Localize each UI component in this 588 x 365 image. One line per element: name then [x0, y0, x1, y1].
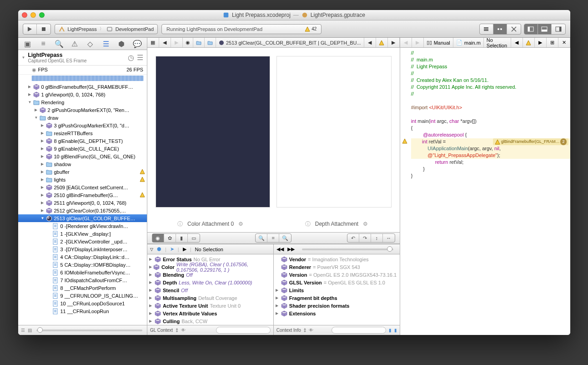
debug-row[interactable]: ▶DepthLess, Write On, Clear (1.000000)	[147, 279, 273, 286]
jump-current-item[interactable]: 2513 glClear(GL_COLOR_BUFFER_BIT | GL_DE…	[216, 38, 364, 47]
filter-input[interactable]	[216, 327, 271, 334]
rotate-left-button[interactable]: ↶	[347, 234, 359, 242]
tree-row[interactable]: ▶8 glEnable(GL_DEPTH_TEST)	[18, 137, 147, 145]
disclosure-icon[interactable]: ▶	[41, 123, 45, 127]
next-issue-button[interactable]: ▶	[535, 38, 547, 47]
disclosure-icon[interactable]: ▶	[149, 319, 155, 323]
next-issue-button[interactable]: ▶	[388, 38, 400, 47]
toggle-utilities-button[interactable]	[552, 24, 565, 34]
disclosure-icon[interactable]: ▶	[41, 201, 45, 205]
toggle-debug-button[interactable]	[538, 24, 552, 34]
disclosure-icon[interactable]: ▶	[149, 280, 155, 284]
disclosure-icon[interactable]: ▶	[276, 311, 281, 315]
debug-row[interactable]: ▶Active Texture UnitTexture Unit 0	[147, 302, 273, 309]
debug-row[interactable]: Version = OpenGL ES 2.0 IMGSGX543-73.16.…	[274, 271, 400, 279]
disclosure-icon[interactable]: ▶	[149, 265, 153, 269]
disclosure-icon[interactable]: ▶	[149, 257, 155, 261]
jump-selection[interactable]: No Selection	[484, 38, 511, 47]
jump-folder2-icon[interactable]	[205, 38, 216, 47]
debug-row[interactable]: Vendor = Imagination Technologies	[274, 255, 400, 263]
issue-count-badge[interactable]: 42	[305, 26, 317, 32]
info-icon[interactable]: ⓘ	[305, 220, 311, 228]
list-icon[interactable]: ☰	[137, 53, 143, 62]
tree-row[interactable]: ▶gbuffer	[18, 168, 147, 176]
tree-row[interactable]: ▶0 glBindFramebuffer(GL_FRAMEBUFF…	[18, 83, 147, 91]
tree-row[interactable]: ▼Rendering	[18, 98, 147, 106]
inline-warning[interactable]: glBindFramebuffer(GL_FRAM…2	[493, 138, 568, 145]
tree-row[interactable]: 0 -[Renderer glkView:drawIn…	[18, 222, 147, 230]
stop-button[interactable]	[37, 24, 50, 34]
disclosure-icon[interactable]: ▶	[41, 185, 45, 189]
debug-row[interactable]: ▶CullingBack, CCW	[147, 317, 273, 325]
disclosure-icon[interactable]: ▶	[149, 273, 155, 277]
tree-row[interactable]: ▶2509 [EAGLContext setCurrent…	[18, 183, 147, 191]
disclosure-icon[interactable]: ▶	[149, 304, 155, 308]
jump-file[interactable]: 📄 main.m	[453, 38, 484, 47]
debug-row[interactable]: Renderer = PowerVR SGX 543	[274, 263, 400, 271]
eye-icon[interactable]: 👁	[181, 328, 186, 333]
footer-label[interactable]: GL Context	[150, 328, 173, 333]
breakpoint-toggle-icon[interactable]: ⬢	[157, 246, 161, 252]
debug-row[interactable]: ▶StencilOff	[147, 286, 273, 294]
assistant-editor-button[interactable]	[493, 24, 507, 34]
disclosure-icon[interactable]: ▶	[41, 131, 45, 135]
tree-row[interactable]: ▶shadow	[18, 160, 147, 168]
zoom-in-button[interactable]: 🔍	[279, 234, 291, 242]
standard-editor-button[interactable]	[480, 24, 493, 34]
symbol-nav-icon[interactable]: ≡	[39, 40, 47, 48]
breakpoint-nav-icon[interactable]: ⬢	[117, 40, 126, 48]
outline-icon[interactable]: ▤	[28, 328, 32, 333]
toggle-navigator-button[interactable]	[524, 24, 538, 34]
tree-row[interactable]: 8 __CFMachPortPerform	[18, 284, 147, 292]
disclosure-icon[interactable]: ▶	[41, 162, 45, 166]
stack-view-button[interactable]: ▮	[176, 234, 188, 242]
log-nav-icon[interactable]: 💬	[133, 40, 141, 48]
panel-right-icon[interactable]: ▮	[394, 328, 397, 333]
version-editor-button[interactable]	[507, 24, 521, 34]
tree-row[interactable]: 9 __CFRUNLOOP_IS_CALLING…	[18, 292, 147, 299]
step-over-icon[interactable]: ▶	[183, 246, 186, 252]
tree-row[interactable]: ▶9 glEnable(GL_CULL_FACE)	[18, 145, 147, 152]
disclosure-icon[interactable]: ▶	[41, 177, 45, 182]
flip-h-button[interactable]: ↔	[383, 234, 395, 242]
tree-row[interactable]: 1 -[GLKView _display:]	[18, 230, 147, 238]
scrubber-slider[interactable]	[302, 248, 393, 250]
debug-row[interactable]: ▶MultisamplingDefault Coverage	[147, 294, 273, 302]
tree-row[interactable]: ▼2513 glClear(GL_COLOR_BUFFE…	[18, 214, 147, 222]
rotate-right-button[interactable]: ↷	[359, 234, 371, 242]
debug-nav-icon[interactable]: ☰	[102, 40, 110, 48]
disclosure-icon[interactable]: ▶	[149, 288, 155, 292]
test-nav-icon[interactable]: ◇	[86, 40, 94, 48]
tree-row[interactable]: 3 -[DYDisplayLinkInterposer…	[18, 245, 147, 253]
tree-row[interactable]: ▶resizeRTTBuffers	[18, 129, 147, 137]
color-attachment-canvas[interactable]	[156, 56, 270, 208]
debug-row[interactable]: ▶Fragment bit depths	[274, 294, 400, 302]
scheme-selector[interactable]: LightPrepass 〉 DevelopmentPad	[55, 24, 158, 34]
issue-nav-icon[interactable]: ⚠	[70, 40, 79, 48]
tree-row[interactable]: 2 -[GLKViewController _upd…	[18, 238, 147, 245]
gear-icon[interactable]: ⚙	[363, 221, 368, 227]
disclosure-icon[interactable]: ▶	[276, 288, 281, 292]
disclosure-icon[interactable]: ▼	[28, 100, 33, 104]
tree-row[interactable]: ▶1 glViewport(0, 0, 1024, 768)	[18, 91, 147, 98]
flip-v-button[interactable]: ↕	[371, 234, 383, 242]
back-button[interactable]: ◀	[400, 38, 412, 47]
filter-icon[interactable]: ☰	[21, 328, 25, 333]
tree-row[interactable]: 11 __CFRunLoopRun	[18, 307, 147, 315]
debug-row[interactable]: ▶ColorWrite (RGBA), Clear ( 0.167506, 0.…	[147, 263, 273, 271]
tree-row[interactable]: ▶2 glPushGroupMarkerEXT(0, "Ren…	[18, 106, 147, 114]
prev-issue-button[interactable]: ◀	[364, 38, 376, 47]
tree-row[interactable]: 4 CA::Display::DisplayLink::d…	[18, 253, 147, 261]
related-items-button[interactable]: ▦	[147, 38, 159, 47]
debug-row[interactable]: ▶Extensions	[274, 309, 400, 317]
disclosure-icon[interactable]: ▼	[41, 216, 45, 220]
tree-row[interactable]: ▶lights	[18, 176, 147, 183]
tree-row[interactable]: ▶2512 glClearColor(0.1675055,…	[18, 207, 147, 214]
debug-row[interactable]: ▶Vertex Attribute Values	[147, 309, 273, 317]
single-view-button[interactable]: ▭	[188, 234, 200, 242]
disclosure-icon[interactable]: ▶	[41, 170, 45, 174]
eye-icon[interactable]: 👁	[309, 328, 313, 333]
prev-issue-button[interactable]: ◀	[511, 38, 523, 47]
split-view-button[interactable]: ✿	[164, 234, 176, 242]
disclosure-icon[interactable]: ▼	[35, 116, 39, 120]
